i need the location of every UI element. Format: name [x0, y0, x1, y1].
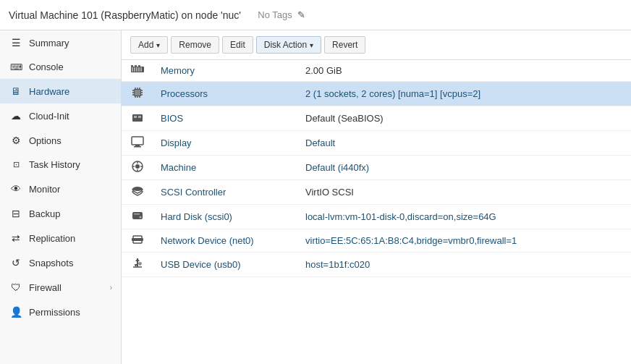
row-icon	[122, 82, 153, 106]
edit-label: Edit	[230, 40, 245, 50]
row-name: Hard Disk (scsi0)	[153, 205, 298, 229]
sidebar-item-options[interactable]: ⚙ Options	[0, 128, 121, 153]
console-icon: ⌨	[9, 62, 23, 72]
svg-marker-47	[135, 258, 140, 261]
table-row[interactable]: USB Device (usb0) host=1b1f:c020	[122, 253, 631, 277]
table-row[interactable]: Network Device (net0) virtio=EE:5C:65:1A…	[122, 229, 631, 253]
monitor-icon: 👁	[9, 183, 23, 195]
cloud-init-icon: ☁	[9, 110, 23, 122]
sidebar-item-label: Hardware	[29, 86, 69, 97]
svg-rect-6	[131, 65, 133, 67]
sidebar-item-snapshots[interactable]: ↺ Snapshots	[0, 250, 121, 275]
sidebar-item-firewall[interactable]: 🛡 Firewall ›	[0, 275, 121, 300]
table-row[interactable]: Machine Default (i440fx)	[122, 156, 631, 180]
sidebar-item-permissions[interactable]: 👤 Permissions	[0, 300, 121, 324]
row-icon	[122, 205, 153, 229]
row-value: virtio=EE:5C:65:1A:B8:C4,bridge=vmbr0,fi…	[298, 229, 631, 253]
sidebar-item-cloud-init[interactable]: ☁ Cloud-Init	[0, 103, 121, 128]
permissions-icon: 👤	[9, 306, 23, 318]
row-name: BIOS	[153, 106, 298, 131]
remove-label: Remove	[179, 40, 211, 50]
add-label: Add	[138, 40, 153, 50]
remove-button[interactable]: Remove	[171, 36, 219, 54]
sidebar-item-label: Cloud-Init	[29, 111, 69, 122]
hardware-table-area: Memory 2.00 GiB	[122, 60, 631, 364]
row-name: Machine	[153, 156, 298, 180]
table-row[interactable]: Hard Disk (scsi0) local-lvm:vm-101-disk-…	[122, 205, 631, 229]
firewall-icon: 🛡	[9, 282, 23, 293]
row-icon	[122, 106, 153, 131]
edit-button[interactable]: Edit	[222, 36, 253, 54]
svg-rect-24	[134, 116, 137, 118]
harddisk-icon	[132, 210, 143, 221]
svg-point-30	[135, 164, 140, 169]
row-name: USB Device (usb0)	[153, 253, 298, 277]
row-icon	[122, 253, 153, 277]
sidebar-item-monitor[interactable]: 👁 Monitor	[0, 177, 121, 201]
usb-icon	[132, 258, 143, 269]
sidebar-item-label: Task History	[29, 159, 80, 170]
sidebar-item-label: Snapshots	[29, 258, 73, 268]
sidebar-item-hardware[interactable]: 🖥 Hardware	[0, 79, 121, 103]
sidebar-item-task-history[interactable]: ⊡ Task History	[0, 153, 121, 177]
disk-action-dropdown-icon: ▾	[310, 41, 313, 49]
row-icon	[122, 180, 153, 205]
tags-label: No Tags	[258, 9, 292, 20]
hardware-icon: 🖥	[9, 85, 23, 97]
table-row[interactable]: Processors 2 (1 sockets, 2 cores) [numa=…	[122, 82, 631, 106]
row-icon	[122, 156, 153, 180]
sidebar-item-label: Replication	[29, 233, 75, 244]
disk-action-label: Disk Action	[264, 40, 307, 50]
row-name: Display	[153, 131, 298, 156]
bios-icon	[132, 111, 143, 123]
row-name: Processors	[153, 82, 298, 106]
svg-rect-50	[135, 264, 137, 266]
task-history-icon: ⊡	[9, 160, 23, 169]
svg-rect-48	[139, 263, 141, 264]
sidebar-item-label: Permissions	[29, 307, 80, 318]
row-value: Default (i440fx)	[298, 156, 631, 180]
table-row[interactable]: BIOS Default (SeaBIOS)	[122, 106, 631, 131]
cpu-icon	[132, 87, 143, 98]
svg-rect-2	[134, 67, 135, 72]
firewall-arrow-icon: ›	[110, 284, 112, 292]
revert-button[interactable]: Revert	[324, 36, 365, 54]
toolbar: Add ▾ Remove Edit Disk Action ▾ Revert	[122, 30, 631, 60]
memory-icon	[131, 65, 144, 74]
backup-icon: ⊟	[9, 208, 23, 219]
svg-rect-25	[138, 116, 141, 118]
sidebar-item-summary[interactable]: ☰ Summary	[0, 30, 121, 55]
sidebar-item-label: Console	[29, 62, 64, 72]
table-row[interactable]: SCSI Controller VirtIO SCSI	[122, 180, 631, 205]
table-row[interactable]: Display Default	[122, 131, 631, 156]
snapshots-icon: ↺	[9, 257, 23, 268]
replication-icon: ⇄	[9, 232, 23, 244]
table-row[interactable]: Memory 2.00 GiB	[122, 60, 631, 82]
disk-action-button[interactable]: Disk Action ▾	[256, 36, 321, 54]
row-name: Memory	[153, 60, 298, 82]
sidebar-item-console[interactable]: ⌨ Console	[0, 55, 121, 79]
add-button[interactable]: Add ▾	[130, 36, 168, 54]
svg-rect-1	[132, 67, 133, 72]
sidebar-item-replication[interactable]: ⇄ Replication	[0, 226, 121, 250]
svg-rect-7	[135, 65, 137, 67]
network-icon	[131, 234, 144, 245]
tags-edit-icon[interactable]: ✎	[297, 9, 305, 20]
display-icon	[131, 136, 144, 148]
row-name: Network Device (net0)	[153, 229, 298, 253]
row-value: Default (SeaBIOS)	[298, 106, 631, 131]
main-layout: ☰ Summary ⌨ Console 🖥 Hardware ☁ Cloud-I…	[0, 30, 631, 364]
summary-icon: ☰	[9, 37, 23, 48]
svg-rect-36	[132, 212, 143, 219]
machine-icon	[132, 161, 143, 172]
svg-rect-28	[134, 146, 141, 148]
svg-rect-26	[132, 137, 143, 145]
page-title: Virtual Machine 101 (RaspberryMatic) on …	[9, 9, 241, 21]
svg-rect-8	[138, 65, 140, 67]
top-bar: Virtual Machine 101 (RaspberryMatic) on …	[0, 0, 631, 30]
sidebar-item-backup[interactable]: ⊟ Backup	[0, 201, 121, 226]
hardware-table: Memory 2.00 GiB	[122, 60, 631, 277]
row-value: Default	[298, 131, 631, 156]
svg-point-38	[140, 216, 142, 219]
sidebar-item-label: Options	[29, 135, 62, 146]
